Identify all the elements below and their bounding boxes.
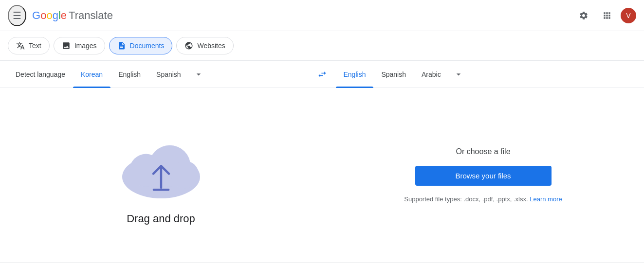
mode-tabs: Text Images Documents Websites xyxy=(0,31,644,61)
footer: Powered by Google Cloud Translation Send… xyxy=(0,262,644,264)
logo-translate: Translate xyxy=(69,9,113,22)
header: ☰ Google Translate V xyxy=(0,0,644,31)
tab-websites[interactable]: Websites xyxy=(176,37,233,54)
left-panel: Drag and drop xyxy=(0,88,322,262)
or-choose-label: Or choose a file xyxy=(456,147,510,156)
source-lang-more[interactable] xyxy=(189,65,208,84)
documents-icon xyxy=(117,41,126,50)
tab-images-label: Images xyxy=(74,42,97,50)
svg-point-3 xyxy=(171,161,199,189)
source-lang-english[interactable]: English xyxy=(110,61,148,88)
swap-languages-button[interactable] xyxy=(313,65,332,84)
target-lang-english[interactable]: English xyxy=(336,61,374,88)
supported-types: Supported file types: .docx, .pdf, .pptx… xyxy=(404,195,562,203)
tab-websites-label: Websites xyxy=(197,42,225,50)
menu-button[interactable]: ☰ xyxy=(8,5,26,26)
gear-icon xyxy=(579,11,589,20)
logo-google: Google xyxy=(32,9,67,22)
images-icon xyxy=(62,41,71,50)
source-lang-spanish[interactable]: Spanish xyxy=(148,61,189,88)
apps-button[interactable] xyxy=(597,6,617,25)
upload-illustration xyxy=(112,125,210,203)
target-lang-group: English Spanish Arabic xyxy=(336,61,637,88)
tab-text[interactable]: Text xyxy=(8,37,50,54)
source-lang-detect[interactable]: Detect language xyxy=(8,61,73,88)
target-lang-more[interactable] xyxy=(449,65,468,84)
avatar[interactable]: V xyxy=(621,8,636,23)
target-lang-arabic[interactable]: Arabic xyxy=(414,61,449,88)
header-left: ☰ Google Translate xyxy=(8,5,113,26)
tab-text-label: Text xyxy=(29,42,41,50)
chevron-down-icon-2 xyxy=(454,70,463,79)
main-content: Drag and drop Or choose a file Browse yo… xyxy=(0,88,644,262)
drag-drop-label: Drag and drop xyxy=(127,212,195,225)
source-lang-group: Detect language Korean English Spanish xyxy=(8,61,309,88)
right-panel: Or choose a file Browse your files Suppo… xyxy=(322,88,644,262)
chevron-down-icon xyxy=(194,70,203,79)
header-right: V xyxy=(574,6,636,25)
settings-button[interactable] xyxy=(574,6,593,25)
tab-documents[interactable]: Documents xyxy=(109,37,173,54)
source-lang-korean[interactable]: Korean xyxy=(73,61,110,88)
websites-icon xyxy=(184,41,193,50)
cloud-svg xyxy=(112,125,210,203)
apps-icon xyxy=(602,11,612,20)
browse-files-button[interactable]: Browse your files xyxy=(415,166,552,186)
language-row: Detect language Korean English Spanish E… xyxy=(0,61,644,88)
tab-images[interactable]: Images xyxy=(54,37,105,54)
swap-icon xyxy=(317,70,327,79)
logo: Google Translate xyxy=(32,9,113,22)
target-lang-spanish[interactable]: Spanish xyxy=(373,61,414,88)
text-icon xyxy=(16,41,25,50)
learn-more-link[interactable]: Learn more xyxy=(530,195,562,203)
tab-documents-label: Documents xyxy=(130,42,165,50)
